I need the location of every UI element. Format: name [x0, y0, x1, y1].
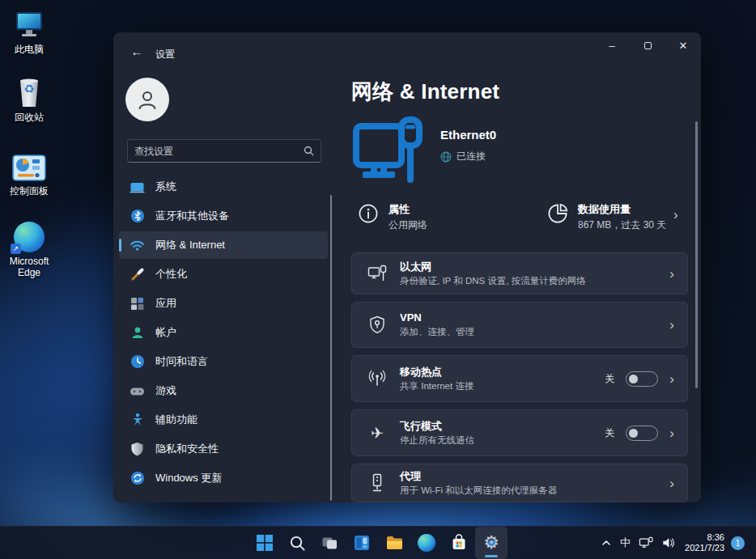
ethernet-tray-icon — [639, 536, 653, 549]
clock[interactable]: 8:36 2021/7/23 — [680, 532, 729, 553]
settings-search — [127, 139, 321, 163]
page-title: 网络 & Internet — [351, 78, 499, 106]
person-icon — [135, 87, 159, 112]
card-subtitle: 共享 Internet 连接 — [400, 380, 605, 392]
task-view-button[interactable] — [313, 527, 346, 559]
brush-icon — [130, 267, 145, 282]
account-avatar[interactable] — [125, 78, 169, 121]
chevron-up-icon — [601, 537, 612, 548]
card-title: VPN — [400, 311, 669, 324]
volume-tray-button[interactable] — [657, 529, 680, 557]
chevron-right-icon: › — [669, 476, 674, 490]
time-text: 8:36 — [685, 532, 724, 543]
sidebar-item-personalization[interactable]: 个性化 — [119, 260, 328, 288]
info-icon — [358, 203, 379, 224]
card-title: 以太网 — [400, 260, 669, 273]
globe-icon — [440, 151, 452, 163]
notification-badge[interactable]: 1 — [731, 536, 745, 550]
card-proxy[interactable]: 代理 用于 Wi-Fi 和以太网连接的代理服务器 › — [351, 464, 688, 502]
desktop-icon-label: 回收站 — [0, 112, 58, 123]
window-title: 设置 — [155, 48, 175, 61]
taskbar-center: ⚙ — [248, 527, 508, 559]
search-icon — [304, 146, 314, 156]
close-button[interactable]: ✕ — [665, 32, 701, 58]
sidebar-item-apps[interactable]: 应用 — [119, 290, 328, 317]
connection-status: 已连接 — [440, 150, 486, 163]
control-panel-icon — [0, 148, 58, 182]
speaker-icon — [661, 536, 676, 549]
sidebar-item-network[interactable]: 网络 & Internet — [119, 231, 328, 259]
file-explorer-button[interactable] — [378, 527, 410, 559]
hotspot-toggle[interactable] — [626, 371, 658, 387]
sync-icon — [130, 471, 145, 486]
chevron-right-icon: › — [669, 372, 674, 386]
taskbar-search-button[interactable] — [281, 527, 313, 559]
main-scrollbar[interactable] — [695, 121, 698, 388]
minimize-button[interactable]: – — [594, 32, 630, 58]
store-button[interactable] — [443, 527, 475, 559]
chevron-right-icon: › — [669, 267, 674, 281]
maximize-button[interactable] — [630, 32, 665, 58]
proxy-server-icon — [367, 473, 388, 493]
properties-title: 属性 — [389, 203, 427, 216]
card-title: 代理 — [400, 470, 669, 483]
shield-icon — [130, 442, 145, 457]
card-vpn[interactable]: VPN 添加、连接、管理 › — [351, 302, 688, 348]
desktop-icon-label: 控制面板 — [0, 185, 58, 197]
sidebar-item-time-language[interactable]: 时间和语言 — [119, 348, 328, 375]
desktop-icon-recycle-bin[interactable]: ♻ 回收站 — [0, 74, 58, 123]
folder-icon — [385, 535, 404, 551]
properties-block[interactable]: 属性 公用网络 — [358, 203, 427, 232]
card-mobile-hotspot[interactable]: 移动热点 共享 Internet 连接 关 › — [351, 355, 688, 402]
airplane-icon: ✈ — [367, 426, 388, 441]
pie-chart-icon — [547, 203, 568, 224]
edge-button[interactable] — [410, 527, 443, 559]
apps-icon — [130, 296, 145, 311]
network-tray-button[interactable] — [635, 529, 657, 557]
sidebar-item-accessibility[interactable]: 辅助功能 — [119, 406, 328, 434]
data-usage-block[interactable]: 数据使用量 867 MB，过去 30 天 — [547, 203, 666, 232]
gamepad-icon — [130, 383, 145, 399]
tray-chevron-up[interactable] — [597, 529, 616, 557]
data-usage-title: 数据使用量 — [578, 203, 666, 216]
desktop-icon-label: Microsoft Edge — [0, 256, 58, 278]
desktop-icon-this-pc[interactable]: 此电脑 — [0, 6, 58, 55]
widgets-button[interactable] — [346, 527, 378, 559]
chevron-right-icon[interactable]: › — [673, 208, 678, 222]
this-pc-icon — [0, 6, 58, 40]
sidebar-item-system[interactable]: 系统 — [119, 173, 328, 201]
date-text: 2021/7/23 — [685, 543, 724, 553]
sidebar-scrollbar[interactable] — [330, 195, 332, 501]
desktop-icon-label: 此电脑 — [0, 44, 58, 55]
data-usage-subtitle: 867 MB，过去 30 天 — [578, 218, 666, 232]
airplane-toggle[interactable] — [626, 426, 658, 441]
connection-name: Ethernet0 — [440, 128, 496, 142]
search-input[interactable] — [134, 146, 304, 157]
sidebar-item-gaming[interactable]: 游戏 — [119, 377, 328, 404]
shortcut-arrow-icon: ↗ — [11, 244, 21, 254]
widgets-icon — [353, 534, 371, 552]
settings-cards: 以太网 身份验证, IP 和 DNS 设置, 按流量计费的网络 › VPN 添加… — [351, 252, 688, 502]
toggle-state-label: 关 — [605, 372, 614, 386]
settings-app-button[interactable]: ⚙ — [475, 527, 508, 559]
task-view-icon — [321, 534, 338, 552]
store-icon — [450, 534, 468, 552]
quick-info-row: 属性 公用网络 数据使用量 867 MB，过去 30 天 › — [351, 197, 688, 239]
card-title: 飞行模式 — [400, 420, 605, 433]
sidebar-item-privacy[interactable]: 隐私和安全性 — [119, 435, 328, 463]
card-ethernet[interactable]: 以太网 身份验证, IP 和 DNS 设置, 按流量计费的网络 › — [351, 252, 688, 294]
back-button[interactable]: ← — [123, 40, 151, 61]
desktop-icon-control-panel[interactable]: 控制面板 — [0, 148, 58, 197]
card-title: 移动热点 — [400, 366, 605, 379]
vpn-shield-icon — [367, 315, 388, 334]
sidebar-item-accounts[interactable]: 帐户 — [119, 319, 328, 346]
bluetooth-icon — [130, 209, 145, 224]
sidebar-item-bluetooth[interactable]: 蓝牙和其他设备 — [119, 202, 328, 230]
card-airplane-mode[interactable]: ✈ 飞行模式 停止所有无线通信 关 › — [351, 409, 688, 456]
start-button[interactable] — [248, 527, 281, 559]
ethernet-icon — [367, 265, 388, 282]
ime-indicator[interactable]: 中 — [616, 529, 635, 557]
desktop-icon-edge[interactable]: ↗ Microsoft Edge — [0, 218, 58, 278]
sidebar-item-windows-update[interactable]: Windows 更新 — [119, 464, 328, 492]
edge-icon: ↗ — [0, 218, 58, 252]
